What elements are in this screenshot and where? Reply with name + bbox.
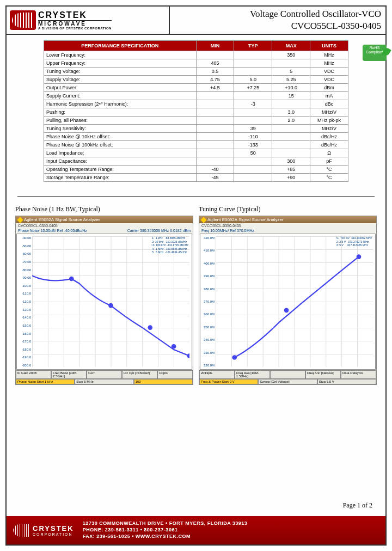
footer-fax: FAX: 239-561-1025 • WWW.CRYSTEK.COM (83, 534, 248, 540)
cell (272, 100, 310, 108)
table-row: Phase Noise @ 100kHz offset:-133dBc/Hz (44, 141, 348, 149)
plot-area: -40.00-50.00-60.00-70.00-80.00-90.00-100… (16, 234, 192, 370)
table-row: Lower Frequency:350MHz (44, 51, 348, 59)
cell (196, 51, 234, 59)
cell: 4.75 (196, 76, 234, 84)
cell: 15 (272, 92, 310, 100)
cell: 405 (196, 59, 234, 68)
table-row: Pushing:3.0MHz/V (44, 108, 348, 117)
cell: Lower Frequency: (44, 51, 197, 59)
cell (234, 157, 272, 166)
cell: +85 (272, 166, 310, 174)
table-row: Operating Temperature Range:-40+85°C (44, 166, 348, 174)
cell: Phase Noise @ 10kHz offset: (44, 133, 197, 141)
footer: CRYSTEK CORPORATION 12730 COMMONWEALTH D… (7, 516, 385, 544)
footer-sub: CORPORATION (33, 532, 74, 536)
cell (234, 174, 272, 182)
cell: VDC (310, 76, 348, 84)
cell (272, 133, 310, 141)
y-tick: 330.0M (201, 351, 215, 354)
logo-sub: A DIVISION OF CRYSTEK CORPORATION (38, 27, 112, 30)
cell: Ω (310, 149, 348, 157)
y-tick: 350.0M (201, 326, 215, 329)
footer-logo: CRYSTEK CORPORATION (13, 524, 74, 537)
y-ticks: 420.0M410.0M400.0M390.0M380.0M370.0M360.… (201, 236, 215, 367)
cell (196, 100, 234, 108)
page-number: Page 1 of 2 (343, 501, 372, 510)
y-tick: 390.0M (201, 274, 215, 278)
cell: Operating Temperature Range: (44, 166, 197, 174)
cell: Tuning Voltage: (44, 68, 197, 76)
spec-area: RoHS Compliant PERFORMANCE SPECIFICATION… (7, 35, 385, 187)
cell: 5 (272, 68, 310, 76)
cell: +90 (272, 174, 310, 182)
analyzer-label: Agilent E5052A Signal Source Analyzer (207, 217, 284, 222)
y-tick: -190.0 (18, 356, 31, 359)
cell: 0.5 (196, 68, 234, 76)
cell: 50 (234, 149, 272, 157)
cell: mA (310, 92, 348, 100)
cell: 2.0 (272, 117, 310, 125)
cell (234, 68, 272, 76)
analyzer-sub: CVCO55CL-0350-0405 (16, 223, 193, 228)
logo-top: CRYSTEK (38, 10, 112, 20)
analyzer-label: Agilent E5052A Signal Source Analyzer (24, 217, 100, 222)
plot-svg (32, 236, 189, 394)
cell: +10.0 (272, 84, 310, 92)
analyzer-header: Agilent E5052A Signal Source Analyzer (199, 216, 376, 223)
cell: Harmonic Supression (2ⁿᵈ Harmonic): (44, 100, 197, 108)
y-tick: 360.0M (201, 313, 215, 316)
y-tick: -140.0 (18, 316, 31, 319)
cell: 300 (272, 157, 310, 166)
col-header: PERFORMANCE SPECIFICATION (44, 41, 197, 51)
cell: pF (310, 157, 348, 166)
table-row: Output Power:+4.5+7.25+10.0dBm (44, 84, 348, 92)
table-row: Supply Current:15mA (44, 92, 348, 100)
logo-text: CRYSTEK MICROWAVE A DIVISION OF CRYSTEK … (38, 10, 112, 30)
cell: +4.5 (196, 84, 234, 92)
footer-arcs-icon (13, 524, 30, 537)
cell: MHz/V (310, 108, 348, 117)
table-row: Tuning Sensitivity:39MHz/V (44, 125, 348, 133)
table-row: Input Capacitance:300pF (44, 157, 348, 166)
analyzer-header: Agilent E5052A Signal Source Analyzer (16, 216, 193, 223)
chart-legend: 1: 1 kHz -83.3835 dBc/Hz 2: 10 kHz -110.… (151, 236, 188, 254)
cell: Input Capacitance: (44, 157, 197, 166)
y-tick: -170.0 (18, 340, 31, 343)
cell: MHz/V (310, 125, 348, 133)
table-row: Storage Temperature Range:-45+90°C (44, 174, 348, 182)
cell: Tuning Sensitivity: (44, 125, 197, 133)
cell: VDC (310, 68, 348, 76)
y-tick: -70.00 (18, 260, 31, 264)
y-tick: -40.00 (18, 236, 31, 240)
cell (234, 59, 272, 68)
col-header: TYP (234, 41, 272, 51)
y-tick: 340.0M (201, 338, 215, 341)
footer-brand: CRYSTEK (33, 524, 74, 532)
plot-area: 420.0M410.0M400.0M390.0M380.0M370.0M360.… (200, 234, 376, 370)
cell: 5.25 (272, 76, 310, 84)
chart-title: Phase Noise (1 Hz BW, Typical) (15, 205, 193, 213)
spec-header-row: PERFORMANCE SPECIFICATIONMINTYPMAXUNITS (44, 41, 348, 51)
cell (196, 149, 234, 157)
cell: Phase Noise @ 100kHz offset: (44, 141, 197, 149)
datasheet-page: CRYSTEK MICROWAVE A DIVISION OF CRYSTEK … (5, 5, 387, 546)
crystek-arcs-icon (10, 10, 36, 30)
cell (272, 149, 310, 157)
cell: dBc (310, 100, 348, 108)
cell: MHz (310, 59, 348, 68)
svg-point-1 (108, 303, 113, 308)
cell: dBc/Hz (310, 141, 348, 149)
cell (196, 125, 234, 133)
table-row: Phase Noise @ 10kHz offset:-110dBc/Hz (44, 133, 348, 141)
svg-point-2 (148, 325, 152, 330)
spec-table: PERFORMANCE SPECIFICATIONMINTYPMAXUNITS … (44, 40, 348, 182)
col-header: MIN (196, 41, 234, 51)
footer-addr: 12730 COMMONWEALTH DRIVE • FORT MYERS, F… (83, 521, 248, 527)
cell: °C (310, 166, 348, 174)
analyzer-info: Freq 10.00MHz/ Ref 370.0MHz (199, 228, 376, 233)
footer-phone: PHONE: 239-561-3311 • 800-237-3061 (83, 527, 248, 534)
cell: -110 (234, 133, 272, 141)
chart-legend: >1: 700 mV 343.233062 MHz 2: 2.5 V 373.2… (335, 236, 372, 247)
y-tick: -100.0 (18, 284, 31, 287)
